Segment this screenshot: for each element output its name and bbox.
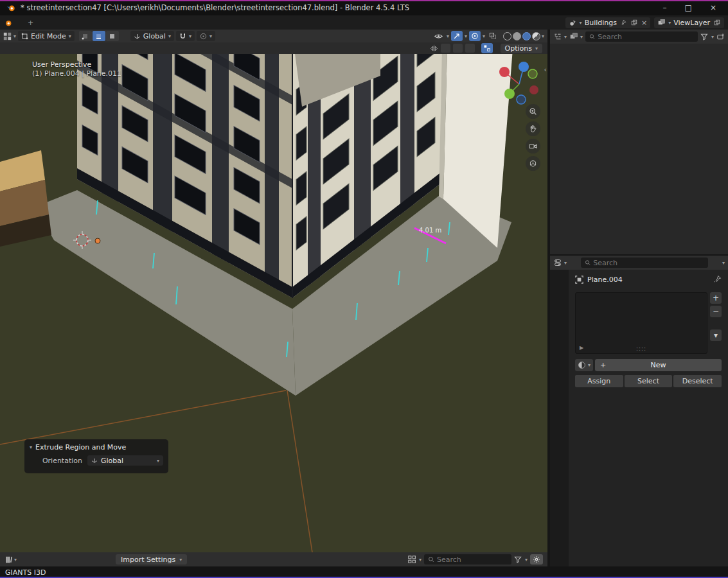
new-material-button[interactable]: + New [595, 359, 722, 371]
filter-icon[interactable] [514, 556, 522, 564]
operator-panel-header[interactable]: ▾ Extrude Region and Move [30, 443, 163, 451]
properties-search[interactable] [581, 258, 708, 268]
status-bar: GIANTS I3D [0, 566, 728, 578]
outliner-search-input[interactable] [598, 33, 694, 41]
gear-icon[interactable] [530, 554, 543, 565]
orthographic-toggle-button[interactable] [526, 156, 540, 171]
vertex-select-button[interactable] [79, 31, 92, 41]
tool-settings-bar: Options▾ [0, 42, 547, 54]
gizmo-neg-y-axis[interactable] [528, 69, 537, 78]
properties-tabs [550, 270, 569, 566]
pan-hand-button[interactable] [526, 121, 540, 136]
operator-orientation-dropdown[interactable]: Global ▾ [87, 455, 163, 466]
viewport-header: ▾ Edit Mode ▾ Global ▾ [0, 30, 547, 42]
edge-length-label: 4.01 m [419, 227, 441, 234]
outliner-panel: ▾ ▾ ▾ [550, 30, 728, 254]
asset-browser-editor-button[interactable] [4, 556, 13, 564]
material-slot-list[interactable]: ▶ :::: [575, 292, 707, 354]
edit-mode-icon [21, 33, 28, 40]
unlink-scene-icon[interactable]: × [641, 19, 647, 27]
blender-logo-icon [6, 3, 15, 12]
editor-type-button[interactable] [3, 32, 12, 40]
minimize-button[interactable]: – [663, 3, 667, 12]
operator-title: Extrude Region and Move [35, 443, 126, 451]
snapping-dropdown[interactable]: ▾ [176, 31, 195, 41]
maximize-button[interactable]: □ [685, 3, 692, 12]
edge-select-button[interactable] [93, 31, 105, 41]
mirror-z-button[interactable] [465, 44, 475, 53]
object-origin-dot [95, 238, 100, 243]
add-workspace-button[interactable]: + [22, 17, 39, 29]
assign-button[interactable]: Assign [575, 375, 623, 387]
breadcrumb: Plane.004 [575, 275, 722, 285]
search-icon [585, 259, 590, 266]
top-menu-bar: + ▾ Buildings × ▾ ViewLayer [0, 15, 728, 30]
face-select-button[interactable] [106, 31, 119, 41]
resize-grip[interactable]: :::: [636, 346, 646, 352]
navigation-gizmo[interactable] [493, 54, 547, 108]
browse-material-button[interactable]: ▾ [575, 359, 593, 371]
copy-scene-icon[interactable] [630, 19, 639, 27]
properties-search-input[interactable] [593, 259, 704, 267]
pin-icon[interactable] [619, 19, 628, 27]
xray-toggle-button[interactable] [487, 31, 499, 41]
asset-search-input[interactable] [437, 556, 508, 564]
scene-selector[interactable]: ▾ Buildings × [565, 17, 651, 28]
rendered-shading-button[interactable] [532, 32, 540, 40]
outliner-editor-button[interactable] [553, 33, 562, 41]
pin-icon[interactable] [714, 275, 722, 285]
solid-shading-button[interactable] [513, 32, 521, 40]
view-layer-icon [657, 19, 666, 27]
tool-options-dropdown[interactable]: Options▾ [501, 44, 542, 53]
perspective-label: User Perspective [32, 60, 121, 69]
material-preview-button[interactable] [522, 32, 531, 40]
add-slot-button[interactable]: + [710, 292, 722, 304]
blender-app-icon[interactable] [4, 19, 12, 27]
view-layer-selector[interactable]: ▾ ViewLayer [654, 17, 724, 28]
slot-expand-icon[interactable]: ▶ [580, 345, 583, 351]
object-visibility-button[interactable] [433, 31, 445, 41]
copy-layer-icon[interactable] [713, 19, 721, 27]
select-button[interactable]: Select [625, 375, 673, 387]
mirror-icon [430, 44, 438, 53]
zoom-button[interactable] [526, 104, 540, 119]
proportional-editing-dropdown[interactable]: ▾ [197, 31, 215, 41]
mirror-y-button[interactable] [453, 44, 463, 53]
mirror-x-button[interactable] [441, 44, 450, 53]
gizmo-z-axis[interactable] [519, 62, 529, 72]
object-icon [575, 276, 583, 284]
mode-dropdown[interactable]: Edit Mode ▾ [18, 31, 75, 41]
slot-specials-button[interactable]: ▾ [710, 329, 722, 341]
snap-to-self-button[interactable] [481, 43, 493, 53]
operator-panel: ▾ Extrude Region and Move Orientation Gl… [24, 439, 168, 473]
new-collection-button[interactable] [716, 33, 725, 41]
gizmo-y-axis[interactable] [504, 89, 515, 99]
search-icon [428, 556, 434, 563]
collapse-sidebar-arrow[interactable]: ‹ [544, 66, 547, 74]
deselect-button[interactable]: Deselect [673, 375, 722, 387]
gizmo-neg-z-axis[interactable] [517, 95, 526, 104]
close-button[interactable]: × [710, 3, 716, 12]
wireframe-shading-button[interactable] [503, 32, 511, 40]
camera-view-button[interactable] [526, 139, 540, 153]
gizmo-neg-x-axis[interactable] [529, 85, 538, 94]
chevron-down-icon: ▾ [30, 444, 32, 450]
chevron-down-icon[interactable]: ▾ [722, 260, 725, 266]
remove-slot-button[interactable]: − [710, 306, 722, 317]
show-gizmo-button[interactable] [451, 31, 463, 41]
viewport-3d[interactable]: 4.01 m User Perspective (1) Plane.004 | … [0, 54, 547, 552]
thumbnail-size-button[interactable] [408, 556, 416, 564]
outliner-tree [550, 44, 728, 254]
import-settings-dropdown[interactable]: Import Settings▾ [116, 554, 187, 565]
gizmo-x-axis[interactable] [499, 67, 510, 77]
material-sphere-icon [578, 361, 586, 369]
outliner-search[interactable] [585, 31, 698, 42]
asset-search[interactable] [424, 554, 511, 565]
filter-icon[interactable] [700, 33, 709, 41]
transform-orientation-dropdown[interactable]: Global ▾ [130, 31, 174, 41]
properties-editor-button[interactable] [553, 259, 562, 267]
falloff-icon [200, 33, 207, 40]
scene-render: 4.01 m [0, 54, 547, 552]
show-overlays-button[interactable] [469, 31, 481, 41]
display-mode-button[interactable] [569, 33, 578, 41]
